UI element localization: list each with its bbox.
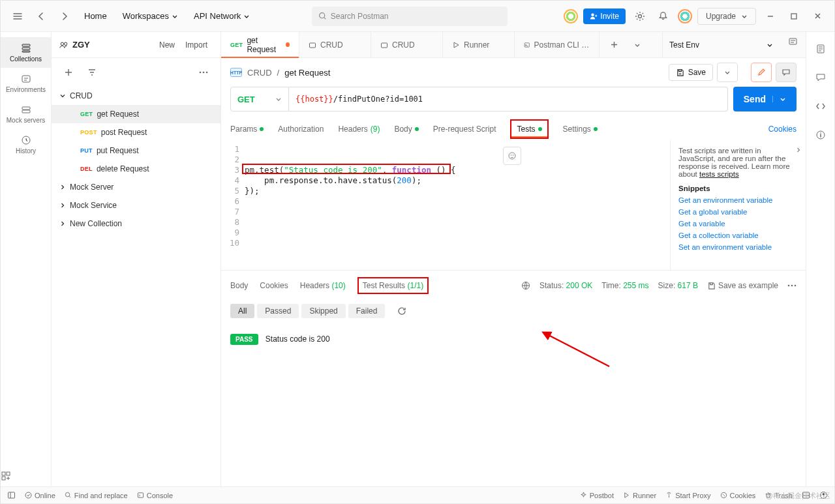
- runner-button[interactable]: Runner: [623, 492, 656, 499]
- new-button[interactable]: New: [154, 38, 180, 52]
- snippet-collection-var[interactable]: Get a collection variable: [678, 231, 798, 239]
- req-tab-params[interactable]: Params: [230, 119, 264, 139]
- cookies-link[interactable]: Cookies: [768, 125, 797, 134]
- rail-mock-servers[interactable]: Mock servers: [1, 98, 51, 129]
- svg-point-1: [592, 13, 595, 16]
- req-tab-headers[interactable]: Headers (9): [338, 119, 380, 139]
- nav-workspaces[interactable]: Workspaces: [117, 7, 183, 25]
- filter-all[interactable]: All: [230, 304, 254, 318]
- svg-point-40: [722, 494, 723, 495]
- globe-icon[interactable]: [521, 281, 530, 290]
- snippets-header: Snippets: [678, 185, 798, 192]
- snippet-global-var[interactable]: Get a global variable: [678, 208, 798, 216]
- rail-history[interactable]: History: [1, 129, 51, 160]
- hamburger-icon[interactable]: [8, 7, 27, 25]
- plus-icon[interactable]: [59, 63, 78, 82]
- cookies-button[interactable]: Cookies: [720, 492, 756, 499]
- find-replace-button[interactable]: Find and replace: [65, 492, 128, 499]
- url-input[interactable]: {{host}}/findPutOne?id=1001: [289, 87, 728, 111]
- resp-tab-cookies[interactable]: Cookies: [260, 280, 288, 291]
- tree-req-delete[interactable]: DELdelete Request: [52, 160, 220, 178]
- chevron-down-icon: [780, 96, 786, 102]
- nav-home[interactable]: Home: [79, 7, 112, 25]
- method-select[interactable]: GET: [230, 87, 289, 111]
- upgrade-button[interactable]: Upgrade: [697, 8, 756, 25]
- code-icon[interactable]: [812, 97, 830, 115]
- brand-circle-icon[interactable]: [564, 9, 578, 23]
- req-tab-body[interactable]: Body: [394, 119, 418, 139]
- back-icon[interactable]: [32, 7, 50, 25]
- svg-rect-9: [22, 110, 30, 113]
- postbot-button[interactable]: Postbot: [580, 492, 614, 499]
- more-icon[interactable]: [787, 284, 797, 287]
- tree-collection-crud[interactable]: CRUD: [52, 87, 220, 105]
- resp-tab-test-results[interactable]: Test Results (1/1): [357, 277, 429, 294]
- tab-cli-config[interactable]: Postman CLI Config: [515, 32, 600, 57]
- rail-environments[interactable]: Environments: [1, 68, 51, 98]
- minimize-icon[interactable]: [761, 7, 780, 25]
- import-button[interactable]: Import: [180, 38, 213, 52]
- tree-req-put[interactable]: PUTput Request: [52, 141, 220, 160]
- chevron-right-icon[interactable]: [795, 147, 802, 153]
- bell-icon[interactable]: [654, 7, 673, 25]
- hint-link[interactable]: tests scripts: [699, 170, 739, 178]
- close-icon[interactable]: [808, 7, 827, 25]
- more-icon[interactable]: [194, 63, 213, 82]
- snippet-env-var[interactable]: Get an environment variable: [678, 196, 798, 204]
- tab-crud-2[interactable]: CRUD: [371, 32, 443, 57]
- save-as-example-button[interactable]: Save as example: [707, 281, 778, 290]
- save-dropdown-icon[interactable]: [717, 63, 738, 82]
- req-tab-auth[interactable]: Authorization: [278, 119, 324, 139]
- tree-folder-mock-server[interactable]: Mock Server: [52, 178, 220, 196]
- info-icon[interactable]: [812, 126, 830, 144]
- tab-runner[interactable]: Runner: [443, 32, 515, 57]
- tree-req-post[interactable]: POSTpost Request: [52, 123, 220, 141]
- rail-collections[interactable]: Collections: [1, 37, 51, 68]
- filter-failed[interactable]: Failed: [348, 304, 386, 318]
- tree-folder-new-collection[interactable]: New Collection: [52, 215, 220, 233]
- snippet-var[interactable]: Get a variable: [678, 220, 798, 228]
- maximize-icon[interactable]: [785, 7, 803, 25]
- proxy-button[interactable]: Start Proxy: [665, 492, 710, 499]
- environment-selector[interactable]: Test Env: [662, 32, 780, 57]
- comment-icon[interactable]: [776, 63, 797, 82]
- req-tab-tests[interactable]: Tests: [510, 119, 548, 139]
- resp-tab-headers[interactable]: Headers (10): [300, 280, 346, 291]
- filter-icon[interactable]: [83, 63, 101, 82]
- hint-column: Test scripts are written in JavaScript, …: [670, 140, 806, 270]
- new-tab-icon[interactable]: [605, 36, 623, 54]
- req-tab-settings[interactable]: Settings: [563, 119, 598, 139]
- env-quicklook-icon[interactable]: [780, 32, 806, 50]
- avatar-icon[interactable]: [678, 9, 692, 23]
- refresh-icon[interactable]: [393, 302, 411, 320]
- resp-tab-body[interactable]: Body: [230, 280, 248, 291]
- gear-icon[interactable]: [631, 7, 649, 25]
- comments-icon[interactable]: [812, 68, 830, 87]
- edit-icon[interactable]: [751, 63, 772, 82]
- tree-req-get[interactable]: GETget Request: [52, 105, 220, 123]
- antenna-icon: [665, 492, 673, 499]
- panel-icon[interactable]: [7, 491, 16, 499]
- snippet-set-env-var[interactable]: Set an environment variable: [678, 243, 798, 251]
- req-tab-prerequest[interactable]: Pre-request Script: [433, 119, 496, 139]
- workspace-name[interactable]: ZGY: [59, 40, 90, 50]
- tab-chevron-icon[interactable]: [628, 36, 646, 54]
- tree-folder-mock-service[interactable]: Mock Service: [52, 196, 220, 215]
- filter-passed[interactable]: Passed: [257, 304, 299, 318]
- code-editor[interactable]: 12345678910 pm.test("Status code is 200"…: [221, 140, 670, 270]
- search-input[interactable]: Search Postman: [312, 7, 508, 26]
- filter-skipped[interactable]: Skipped: [301, 304, 345, 318]
- people-icon: [59, 40, 68, 50]
- crumb-collection[interactable]: CRUD: [247, 68, 272, 78]
- dirty-dot-icon: [286, 42, 290, 47]
- save-button[interactable]: Save: [669, 64, 713, 81]
- console-button[interactable]: Console: [137, 492, 173, 499]
- tab-get-request[interactable]: GET get Request: [221, 32, 299, 57]
- tab-crud-1[interactable]: CRUD: [299, 32, 371, 57]
- invite-button[interactable]: Invite: [583, 8, 626, 24]
- rail-grid-icon[interactable]: [1, 466, 51, 486]
- nav-api-network[interactable]: API Network: [189, 7, 255, 25]
- docs-icon[interactable]: [812, 40, 830, 58]
- forward-icon[interactable]: [55, 7, 74, 25]
- send-button[interactable]: Send: [733, 87, 797, 111]
